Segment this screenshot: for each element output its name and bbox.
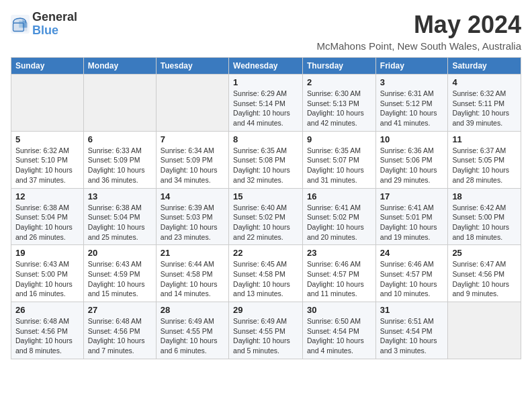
day-number: 4 (452, 77, 517, 87)
day-info: Sunrise: 6:43 AM Sunset: 4:59 PM Dayligh… (88, 259, 152, 299)
day-number: 16 (307, 191, 371, 201)
day-number: 3 (380, 77, 444, 87)
day-number: 8 (233, 134, 298, 144)
page-header: General Blue May 2024 McMahons Point, Ne… (11, 11, 521, 52)
day-info: Sunrise: 6:38 AM Sunset: 5:04 PM Dayligh… (88, 203, 152, 242)
day-number: 31 (380, 305, 444, 315)
day-number: 12 (15, 191, 79, 201)
day-info: Sunrise: 6:33 AM Sunset: 5:09 PM Dayligh… (88, 146, 152, 185)
day-info: Sunrise: 6:48 AM Sunset: 4:56 PM Dayligh… (88, 316, 152, 356)
calendar-cell: 13Sunrise: 6:38 AM Sunset: 5:04 PM Dayli… (83, 188, 156, 245)
logo-icon (11, 15, 30, 34)
calendar-cell: 9Sunrise: 6:35 AM Sunset: 5:07 PM Daylig… (303, 131, 376, 188)
logo-text: General Blue (32, 11, 77, 38)
day-info: Sunrise: 6:30 AM Sunset: 5:13 PM Dayligh… (307, 89, 371, 128)
calendar-cell: 11Sunrise: 6:37 AM Sunset: 5:05 PM Dayli… (448, 131, 521, 188)
calendar-cell: 30Sunrise: 6:50 AM Sunset: 4:54 PM Dayli… (303, 302, 376, 359)
day-info: Sunrise: 6:51 AM Sunset: 4:54 PM Dayligh… (380, 316, 444, 356)
day-header-tuesday: Tuesday (156, 58, 228, 75)
calendar-cell (83, 75, 156, 132)
calendar-cell: 8Sunrise: 6:35 AM Sunset: 5:08 PM Daylig… (229, 131, 303, 188)
calendar-cell (448, 302, 521, 359)
day-info: Sunrise: 6:31 AM Sunset: 5:12 PM Dayligh… (380, 89, 444, 128)
calendar-cell: 10Sunrise: 6:36 AM Sunset: 5:06 PM Dayli… (375, 131, 448, 188)
day-number: 10 (380, 134, 444, 144)
day-number: 27 (88, 305, 152, 315)
day-info: Sunrise: 6:46 AM Sunset: 4:57 PM Dayligh… (307, 259, 371, 299)
day-header-monday: Monday (83, 58, 156, 75)
location-title: McMahons Point, New South Wales, Austral… (316, 40, 521, 52)
calendar-cell: 23Sunrise: 6:46 AM Sunset: 4:57 PM Dayli… (303, 245, 376, 302)
month-title: May 2024 (316, 11, 521, 39)
svg-marker-3 (19, 21, 26, 28)
day-header-sunday: Sunday (11, 58, 84, 75)
day-number: 14 (161, 191, 224, 201)
calendar-cell: 22Sunrise: 6:45 AM Sunset: 4:58 PM Dayli… (229, 245, 303, 302)
day-info: Sunrise: 6:43 AM Sunset: 5:00 PM Dayligh… (15, 259, 79, 299)
calendar-cell (156, 75, 228, 132)
day-info: Sunrise: 6:36 AM Sunset: 5:06 PM Dayligh… (380, 146, 444, 185)
title-block: May 2024 McMahons Point, New South Wales… (316, 11, 521, 52)
day-number: 18 (452, 191, 517, 201)
calendar-cell (11, 75, 84, 132)
calendar-cell: 19Sunrise: 6:43 AM Sunset: 5:00 PM Dayli… (11, 245, 84, 302)
day-header-friday: Friday (375, 58, 448, 75)
calendar-week-1: 5Sunrise: 6:32 AM Sunset: 5:10 PM Daylig… (11, 131, 521, 188)
day-info: Sunrise: 6:39 AM Sunset: 5:03 PM Dayligh… (161, 203, 224, 242)
calendar-cell: 12Sunrise: 6:38 AM Sunset: 5:04 PM Dayli… (11, 188, 84, 245)
calendar-header-row: SundayMondayTuesdayWednesdayThursdayFrid… (11, 58, 521, 75)
calendar-body: 1Sunrise: 6:29 AM Sunset: 5:14 PM Daylig… (11, 75, 521, 359)
day-number: 6 (88, 134, 152, 144)
day-info: Sunrise: 6:35 AM Sunset: 5:07 PM Dayligh… (307, 146, 371, 185)
day-number: 30 (307, 305, 371, 315)
day-info: Sunrise: 6:49 AM Sunset: 4:55 PM Dayligh… (233, 316, 298, 356)
calendar-week-4: 26Sunrise: 6:48 AM Sunset: 4:56 PM Dayli… (11, 302, 521, 359)
calendar-cell: 28Sunrise: 6:49 AM Sunset: 4:55 PM Dayli… (156, 302, 228, 359)
day-info: Sunrise: 6:47 AM Sunset: 4:56 PM Dayligh… (452, 259, 517, 299)
day-number: 22 (233, 248, 298, 258)
day-info: Sunrise: 6:42 AM Sunset: 5:00 PM Dayligh… (452, 203, 517, 242)
calendar-cell: 27Sunrise: 6:48 AM Sunset: 4:56 PM Dayli… (83, 302, 156, 359)
day-info: Sunrise: 6:45 AM Sunset: 4:58 PM Dayligh… (233, 259, 298, 299)
calendar-table: SundayMondayTuesdayWednesdayThursdayFrid… (11, 57, 521, 359)
day-info: Sunrise: 6:38 AM Sunset: 5:04 PM Dayligh… (15, 203, 79, 242)
day-info: Sunrise: 6:50 AM Sunset: 4:54 PM Dayligh… (307, 316, 371, 356)
day-number: 19 (15, 248, 79, 258)
day-number: 21 (161, 248, 224, 258)
calendar-cell: 29Sunrise: 6:49 AM Sunset: 4:55 PM Dayli… (229, 302, 303, 359)
day-info: Sunrise: 6:46 AM Sunset: 4:57 PM Dayligh… (380, 259, 444, 299)
day-number: 1 (233, 77, 298, 87)
day-number: 28 (161, 305, 224, 315)
day-info: Sunrise: 6:41 AM Sunset: 5:01 PM Dayligh… (380, 203, 444, 242)
day-info: Sunrise: 6:44 AM Sunset: 4:58 PM Dayligh… (161, 259, 224, 299)
calendar-cell: 14Sunrise: 6:39 AM Sunset: 5:03 PM Dayli… (156, 188, 228, 245)
day-number: 23 (307, 248, 371, 258)
day-number: 26 (15, 305, 79, 315)
logo: General Blue (11, 11, 77, 38)
day-number: 29 (233, 305, 298, 315)
calendar-cell: 2Sunrise: 6:30 AM Sunset: 5:13 PM Daylig… (303, 75, 376, 132)
calendar-cell: 20Sunrise: 6:43 AM Sunset: 4:59 PM Dayli… (83, 245, 156, 302)
day-info: Sunrise: 6:41 AM Sunset: 5:02 PM Dayligh… (307, 203, 371, 242)
calendar-cell: 21Sunrise: 6:44 AM Sunset: 4:58 PM Dayli… (156, 245, 228, 302)
day-info: Sunrise: 6:49 AM Sunset: 4:55 PM Dayligh… (161, 316, 224, 356)
day-info: Sunrise: 6:35 AM Sunset: 5:08 PM Dayligh… (233, 146, 298, 185)
calendar-week-0: 1Sunrise: 6:29 AM Sunset: 5:14 PM Daylig… (11, 75, 521, 132)
day-header-thursday: Thursday (303, 58, 376, 75)
calendar-cell: 1Sunrise: 6:29 AM Sunset: 5:14 PM Daylig… (229, 75, 303, 132)
day-number: 7 (161, 134, 224, 144)
calendar-cell: 7Sunrise: 6:34 AM Sunset: 5:09 PM Daylig… (156, 131, 228, 188)
calendar-cell: 18Sunrise: 6:42 AM Sunset: 5:00 PM Dayli… (448, 188, 521, 245)
day-number: 9 (307, 134, 371, 144)
day-header-wednesday: Wednesday (229, 58, 303, 75)
day-number: 17 (380, 191, 444, 201)
calendar-week-3: 19Sunrise: 6:43 AM Sunset: 5:00 PM Dayli… (11, 245, 521, 302)
day-info: Sunrise: 6:29 AM Sunset: 5:14 PM Dayligh… (233, 89, 298, 128)
day-info: Sunrise: 6:48 AM Sunset: 4:56 PM Dayligh… (15, 316, 79, 356)
calendar-cell: 25Sunrise: 6:47 AM Sunset: 4:56 PM Dayli… (448, 245, 521, 302)
day-number: 25 (452, 248, 517, 258)
day-number: 20 (88, 248, 152, 258)
calendar-cell: 24Sunrise: 6:46 AM Sunset: 4:57 PM Dayli… (375, 245, 448, 302)
calendar-cell: 16Sunrise: 6:41 AM Sunset: 5:02 PM Dayli… (303, 188, 376, 245)
day-number: 5 (15, 134, 79, 144)
